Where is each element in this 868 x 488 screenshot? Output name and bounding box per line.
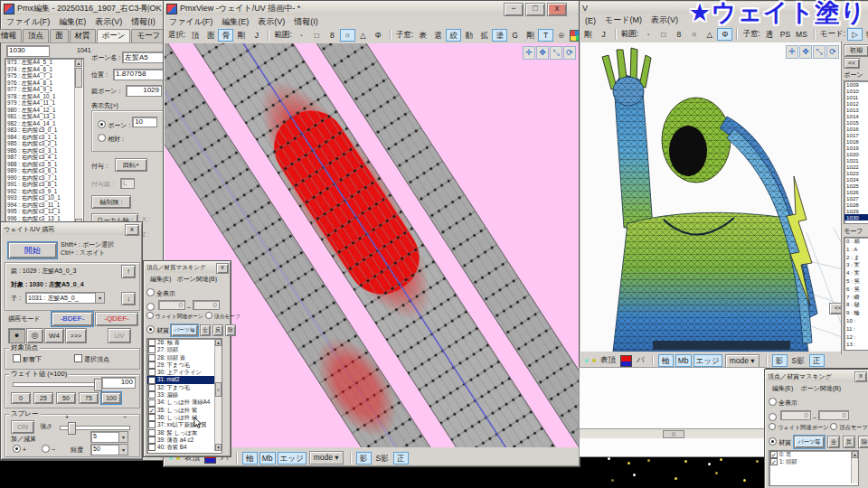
bone-list-item[interactable]: 973 : 左髪A4_5_1 [5, 59, 83, 66]
relative-radio[interactable] [98, 134, 106, 142]
range-mode-toggle[interactable]: ○ [687, 29, 701, 40]
range-mode-toggle[interactable]: ○ [341, 30, 354, 41]
bone-list-item[interactable]: 995 : 右内髪c3_12_1 [5, 208, 83, 215]
strength-step-select[interactable]: 5 [90, 431, 128, 443]
checkbox[interactable] [148, 444, 156, 451]
spray-on-button[interactable]: ON [11, 420, 34, 434]
invert-button[interactable]: 反 [843, 436, 855, 448]
range-mode-toggle[interactable]: ・ [641, 29, 655, 40]
weight-bone-radio[interactable] [769, 423, 776, 430]
material-radio[interactable] [769, 437, 777, 446]
bdef-mode-button[interactable]: -BDEF- [52, 312, 93, 326]
material-list-item[interactable]: 29: 下まつ毛 [147, 361, 222, 369]
bone-list-item[interactable]: 989 : 右内髪c3_6_1 [5, 167, 83, 174]
side-morph-item[interactable]: 2 : ま [844, 254, 868, 262]
tab-モーフ[interactable]: モーフ [131, 29, 165, 42]
tab-頂点[interactable]: 頂点 [23, 29, 49, 42]
select-mode-toggle[interactable]: 骨 [219, 30, 232, 41]
material-list-item[interactable]: ✓35: しっぽ外 紫 [147, 407, 222, 414]
strength-slider[interactable] [60, 426, 130, 430]
material-list-item[interactable]: ✓0: 耳 [769, 451, 858, 458]
add-radio[interactable] [13, 445, 21, 453]
side-bone-item[interactable]: 1009 [844, 81, 868, 88]
model-viewport[interactable]: ✛✥⤡⟳ [580, 42, 868, 352]
checkbox[interactable] [148, 429, 156, 436]
exclude-button[interactable]: 除 [858, 436, 868, 448]
material-list-item[interactable]: 32: 下まつ毛 [147, 384, 222, 391]
menu-item[interactable]: (E) [585, 16, 596, 25]
pmx-edit-titlebar[interactable]: Pmx編集 - 20250316_1907_右C3-剛OK 髪不 [2, 2, 163, 15]
side-bone-item[interactable]: 1013 [844, 107, 868, 113]
exclude-button[interactable]: 除 [225, 324, 236, 336]
side-bone-item[interactable]: 1019 [844, 145, 868, 151]
checkbox[interactable] [148, 339, 156, 346]
select-mode-toggle[interactable]: 剛 [581, 29, 595, 40]
side-bone-item[interactable]: 1028 [844, 202, 868, 208]
side-morph-item[interactable]: 6 : 笑 [844, 286, 868, 294]
range-from-input[interactable]: 0 [780, 410, 811, 420]
range-mode-toggle[interactable]: Φ [718, 29, 731, 40]
subwindow-toggle[interactable]: 剛 [524, 30, 537, 41]
bone-list-item[interactable]: 982 : 左髪A4_14_1 [5, 120, 83, 127]
bone-list-item[interactable]: 987 : 右内髪c3_4_1 [5, 154, 83, 161]
material-list-item[interactable]: ✓1: 頭部 [769, 458, 858, 465]
all-button[interactable]: 全 [827, 436, 840, 448]
scroll-up-icon[interactable]: ▲ [75, 59, 82, 67]
bone-list-item[interactable]: 986 : 右内髪c3_3_1 [5, 147, 83, 155]
per-part-button[interactable]: パーツ毎 [794, 436, 825, 448]
checkbox[interactable] [148, 369, 156, 376]
minimize-button[interactable]: − [504, 3, 524, 16]
menu-item[interactable]: 編集(E) [59, 16, 86, 28]
subwindow-toggle[interactable]: T [539, 30, 552, 41]
target-icon[interactable]: ⊕ [554, 30, 568, 41]
side-bone-item[interactable]: 1026 [844, 189, 868, 195]
scroll-up-icon[interactable]: ▲ [215, 339, 222, 346]
side-bone-item[interactable]: 1024 [844, 176, 868, 183]
frequency-select[interactable]: 50 [90, 444, 128, 455]
bone-list-item[interactable]: 992 : 右内髪c3_9_1 [5, 188, 83, 195]
material-list-item[interactable]: 33: 眉線 [147, 391, 222, 399]
mb-toggle[interactable]: Mb [676, 355, 691, 366]
bone-list-item[interactable]: 985 : 右内髪c3_2_1 [5, 140, 83, 147]
material-list[interactable]: ✓0: 耳✓1: 頭部 [769, 450, 859, 486]
menu-edit[interactable]: 編集(E) [772, 384, 793, 393]
menu-item[interactable]: 表示(V) [95, 16, 122, 28]
invert-button[interactable]: 反 [212, 324, 223, 336]
checkbox[interactable] [148, 399, 156, 407]
tab-面[interactable]: 面 [50, 29, 69, 42]
rotate-grant-button[interactable]: 回転+ [115, 158, 147, 172]
weight-bone-radio[interactable] [146, 312, 154, 319]
brush-dot-button[interactable]: ● [8, 328, 25, 343]
side-bone-item[interactable]: 1014 [844, 113, 868, 119]
subwindow-toggle[interactable]: 絞 [447, 30, 460, 41]
scroll-thumb[interactable]: ≡ [215, 382, 222, 397]
subwindow-toggle[interactable]: PS [778, 29, 792, 40]
side-bone-item[interactable]: 1011 [844, 94, 868, 100]
bone-list-item[interactable]: 980 : 左髪A4_12_1 [5, 107, 83, 114]
subwindow-toggle[interactable]: 塗 [493, 30, 506, 41]
pan-icon[interactable]: ✛ [786, 45, 798, 59]
side-bone-item[interactable]: 1030 [844, 214, 868, 221]
side-bone-item[interactable]: 1018 [844, 138, 868, 145]
side-morph-item[interactable]: 3 : 実 [844, 261, 868, 269]
zoom-icon[interactable]: ⤡ [550, 46, 562, 60]
range-mode-toggle[interactable]: △ [356, 30, 370, 41]
range-mode-toggle[interactable]: □ [656, 29, 670, 40]
menu-item[interactable]: モード(M) [605, 14, 642, 26]
weight-value-input[interactable]: 100 [101, 377, 136, 389]
bone-list-item[interactable]: 979 : 左髪A4_11_1 [5, 99, 83, 107]
scroll-thumb[interactable] [75, 68, 82, 88]
menu-item[interactable]: ファイル(F) [6, 16, 50, 28]
material-list-item[interactable]: 40: 香紫 B4 [147, 444, 222, 451]
bone-list-item[interactable]: 991 : 右内髪c3_8_1 [5, 181, 83, 188]
bone-list-scrollbar[interactable]: ▲ ▼ [74, 59, 82, 227]
side-bone-list[interactable]: 1009101010111012101310141015101610171018… [844, 80, 868, 224]
material-list-item[interactable]: 30: 上アイライン [147, 369, 222, 376]
subwindow-toggle[interactable]: G [508, 30, 522, 41]
qdef-mode-button[interactable]: -QDEF- [95, 312, 138, 326]
parent-up-button[interactable]: ↑ [121, 265, 136, 278]
weight-preset-button[interactable]: 50 [56, 392, 76, 404]
shadow-toggle[interactable]: 影 [357, 453, 371, 464]
range-from-input[interactable]: 0 [158, 300, 185, 310]
side-morph-item[interactable]: 7 : 瞬 [844, 294, 868, 302]
